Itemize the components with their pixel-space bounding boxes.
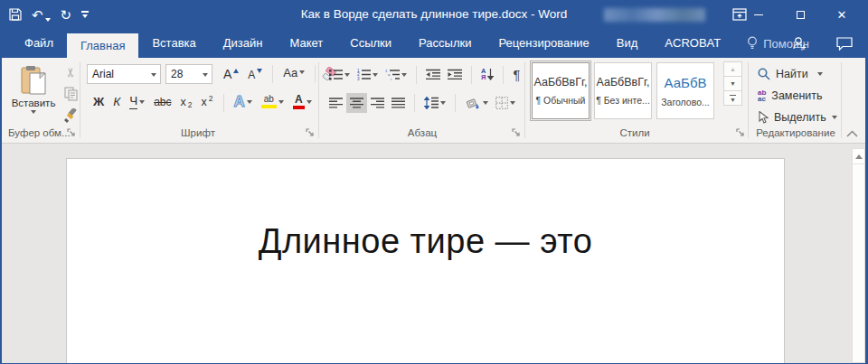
select-dropdown-icon[interactable] <box>832 116 837 119</box>
grow-font-button[interactable]: A <box>219 64 243 84</box>
tab-references[interactable]: Ссылки <box>336 29 405 58</box>
replace-icon: ab ac <box>758 89 766 102</box>
underline-dropdown-icon[interactable] <box>139 100 145 104</box>
scrollbar-thumb[interactable] <box>853 165 864 362</box>
undo-button[interactable]: ↶ <box>32 8 51 22</box>
borders-button[interactable] <box>492 93 519 113</box>
justify-button[interactable] <box>388 93 409 113</box>
select-button[interactable]: Выделить <box>758 107 837 127</box>
paste-button[interactable]: Вставить <box>7 61 60 130</box>
styles-dialog-launcher-icon[interactable] <box>736 128 745 137</box>
styles-gallery-more-button[interactable]: ▼ <box>723 90 742 106</box>
collapse-ribbon-icon[interactable] <box>846 130 858 137</box>
italic-button[interactable]: К <box>108 93 125 113</box>
sort-button[interactable]: А Я <box>477 65 497 85</box>
styles-scroll-up-button[interactable]: ▲ <box>723 61 742 77</box>
divider <box>315 65 316 83</box>
find-dropdown-icon[interactable] <box>817 72 823 76</box>
multilevel-dropdown-icon[interactable] <box>401 73 407 77</box>
group-separator <box>524 62 525 138</box>
align-left-button[interactable] <box>326 93 346 113</box>
font-size-dropdown-icon[interactable] <box>203 73 208 77</box>
bold-button[interactable]: Ж <box>89 93 108 113</box>
user-account-blurred[interactable] <box>604 8 705 22</box>
vertical-scrollbar[interactable] <box>852 148 865 363</box>
tab-view[interactable]: Вид <box>603 29 652 58</box>
align-left-icon <box>329 98 343 108</box>
tab-acrobat[interactable]: ACROBAT <box>651 29 734 58</box>
divider <box>414 94 415 112</box>
font-family-combobox[interactable]: Arial <box>87 64 161 84</box>
tab-file[interactable]: Файл <box>11 29 67 58</box>
font-family-dropdown-icon[interactable] <box>151 73 156 77</box>
align-center-button[interactable] <box>346 93 367 113</box>
copy-icon[interactable] <box>64 87 78 101</box>
tab-mailings[interactable]: Рассылки <box>405 29 485 58</box>
font-size-combobox[interactable]: 28 <box>165 64 212 84</box>
multilevel-list-button[interactable]: 1ai <box>382 65 410 85</box>
text-effects-dropdown-icon[interactable] <box>247 100 252 104</box>
save-icon[interactable] <box>9 8 22 21</box>
bullets-dropdown-icon[interactable] <box>344 73 350 77</box>
paragraph-row-1: 123 1ai А Я ¶ <box>326 64 524 85</box>
strikethrough-button[interactable]: abc <box>149 93 175 113</box>
replace-button[interactable]: ab ac Заменить <box>758 86 823 106</box>
line-spacing-button[interactable] <box>420 93 449 113</box>
font-color-dropdown-icon[interactable] <box>307 100 312 104</box>
styles-scroll-down-button[interactable]: ▼ <box>723 76 742 91</box>
line-spacing-dropdown-icon[interactable] <box>440 101 446 105</box>
paste-label: Вставить <box>12 98 56 108</box>
underline-button[interactable]: Ч <box>125 93 149 113</box>
paragraph-dialog-launcher-icon[interactable] <box>512 128 521 137</box>
style-card-no-spacing[interactable]: АаБбВвГг, ¶ Без инте... <box>594 62 652 119</box>
style-card-normal[interactable]: АаБбВвГг, ¶ Обычный <box>532 62 590 119</box>
borders-dropdown-icon[interactable] <box>510 101 515 105</box>
superscript-button[interactable]: x2 <box>197 93 218 113</box>
highlight-button[interactable]: ab <box>257 93 288 113</box>
minimize-button[interactable] <box>738 0 779 29</box>
divider <box>455 94 456 112</box>
numbering-icon: 123 <box>357 69 371 80</box>
show-hide-marks-button[interactable]: ¶ <box>509 65 524 85</box>
font-color-button[interactable]: A <box>288 93 316 113</box>
format-painter-icon[interactable] <box>63 108 78 123</box>
share-icon[interactable] <box>792 36 807 51</box>
align-right-button[interactable] <box>367 93 388 113</box>
document-text[interactable]: Длинное тире — это <box>67 222 784 261</box>
tab-review[interactable]: Рецензирование <box>485 29 602 58</box>
bullets-button[interactable] <box>326 65 354 85</box>
change-case-button[interactable]: Aa <box>278 64 309 84</box>
increase-indent-button[interactable] <box>444 65 466 85</box>
find-button[interactable]: Найти <box>758 64 823 84</box>
maximize-button[interactable] <box>779 0 821 29</box>
tab-insert[interactable]: Вставка <box>138 29 209 58</box>
scrollbar-up-button[interactable] <box>853 149 864 164</box>
document-page[interactable]: Длинное тире — это <box>66 158 785 363</box>
redo-icon[interactable]: ↻ <box>61 8 72 22</box>
font-dialog-launcher-icon[interactable] <box>306 128 315 137</box>
numbering-button[interactable]: 123 <box>354 65 382 85</box>
paste-dropdown-icon[interactable] <box>31 110 36 114</box>
shading-dropdown-icon[interactable] <box>483 101 488 105</box>
numbering-dropdown-icon[interactable] <box>373 73 378 77</box>
undo-dropdown-icon[interactable] <box>45 18 51 22</box>
tab-design[interactable]: Дизайн <box>210 29 277 58</box>
svg-text:i: i <box>391 77 392 80</box>
clipboard-dialog-launcher-icon[interactable] <box>67 128 76 137</box>
decrease-indent-button[interactable] <box>422 65 444 85</box>
quick-access-toolbar: ↶ ↻ <box>9 0 89 29</box>
increase-indent-icon <box>448 69 462 80</box>
close-button[interactable]: ✕ <box>821 0 863 29</box>
subscript-button[interactable]: x2 <box>176 93 197 113</box>
tab-home[interactable]: Главная <box>67 33 138 58</box>
shrink-font-button[interactable]: A <box>243 64 267 84</box>
text-effects-button[interactable]: A <box>230 93 257 113</box>
cut-icon[interactable]: ✂ <box>63 67 78 78</box>
svg-text:3: 3 <box>357 77 360 80</box>
comments-icon[interactable] <box>836 37 853 51</box>
style-card-heading1[interactable]: АаБбВ Заголово... <box>656 62 714 119</box>
highlight-dropdown-icon[interactable] <box>278 100 284 104</box>
customize-qat-button[interactable] <box>81 11 89 18</box>
tab-layout[interactable]: Макет <box>276 29 336 58</box>
shading-button[interactable] <box>461 93 492 113</box>
